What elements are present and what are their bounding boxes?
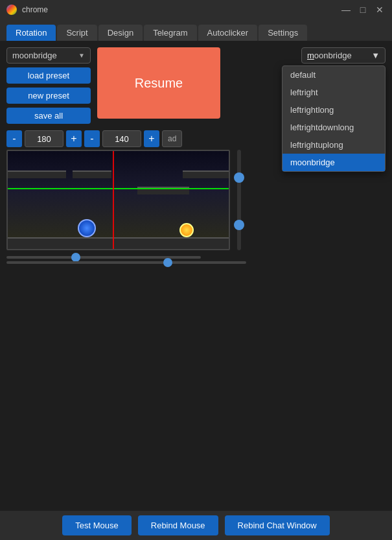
maximize-button[interactable]: □ [357,4,369,16]
preset-value-left: moonbridge [12,51,57,60]
save-all-button[interactable]: save all [6,108,91,124]
resume-box[interactable]: Resume [97,47,220,119]
preset-dropdown-right[interactable]: moonbridge ▼ [301,47,386,64]
titlebar: chrome — □ ✕ [0,0,392,19]
vertical-slider-thumb-2[interactable] [234,220,244,230]
dropdown-item-leftright[interactable]: leftright [282,84,385,101]
chevron-down-icon-right: ▼ [371,51,380,60]
dropdown-item-default[interactable]: default [282,66,385,84]
preset-dropdown-left[interactable]: moonbridge ▼ [6,47,91,64]
dropdown-item-leftrightdownlong[interactable]: leftrightdownlong [282,119,385,136]
tab-settings[interactable]: Settings [259,25,307,41]
new-preset-button[interactable]: new preset [6,88,91,104]
minimize-button[interactable]: — [340,4,352,16]
dropdown-item-moonbridge[interactable]: moonbridge [282,154,385,171]
rebind-mouse-button[interactable]: Rebind Mouse [138,515,218,535]
game-background [8,151,229,249]
test-mouse-button[interactable]: Test Mouse [62,515,131,535]
game-viewport [6,150,230,250]
close-button[interactable]: ✕ [374,4,386,16]
tab-bar: Rotation Script Design Telegram Autoclic… [0,19,392,41]
bottom-bar: Test Mouse Rebind Mouse Rebind Chat Wind… [0,511,392,540]
rebind-chat-button[interactable]: Rebind Chat Window [225,515,330,535]
plus-button-2[interactable]: + [144,130,159,147]
main-content: moonbridge ▼ load preset new preset save… [0,41,392,130]
platform-1 [8,170,66,178]
controls-label: ad [162,130,182,147]
preset-value-right: moonbridge [307,51,352,60]
platform-ground [8,237,229,249]
dropdown-item-leftrightlong[interactable]: leftrightlong [282,101,385,119]
dropdown-item-leftrightuplong[interactable]: leftrightuplong [282,136,385,154]
crosshair-horizontal [8,188,229,189]
minus-button-2[interactable]: - [84,130,100,147]
tab-autoclicker[interactable]: Autoclicker [198,25,258,41]
titlebar-controls: — □ ✕ [340,4,386,16]
chevron-down-icon: ▼ [78,52,85,59]
resume-label: Resume [135,76,183,91]
left-panel: moonbridge ▼ load preset new preset save… [6,47,91,124]
character-1 [78,219,96,237]
viewport-wrapper [6,150,230,250]
character-2 [179,223,194,237]
titlebar-title: chrome [22,5,340,14]
tab-design[interactable]: Design [98,25,143,41]
platform-4 [183,170,230,178]
minus-button-1[interactable]: - [6,130,22,147]
tab-rotation[interactable]: Rotation [6,25,56,41]
tab-telegram[interactable]: Telegram [144,25,196,41]
horizontal-slider-2[interactable] [6,261,246,264]
vertical-slider-container [234,150,244,250]
vertical-slider-thumb-1[interactable] [234,172,244,183]
chrome-icon [6,5,17,15]
preset-dropdown-menu: default leftright leftrightlong leftrigh… [282,65,386,172]
vertical-slider-track [237,150,241,250]
tab-script[interactable]: Script [57,25,97,41]
value-input-1[interactable] [25,130,63,147]
load-preset-button[interactable]: load preset [6,67,91,84]
slider-container-2 [6,261,386,264]
crosshair-vertical-red [113,151,114,249]
value-input-2[interactable] [102,130,141,147]
platform-2 [73,170,111,178]
plus-button-1[interactable]: + [66,130,82,147]
right-section: moonbridge ▼ default leftright leftright… [227,47,386,124]
